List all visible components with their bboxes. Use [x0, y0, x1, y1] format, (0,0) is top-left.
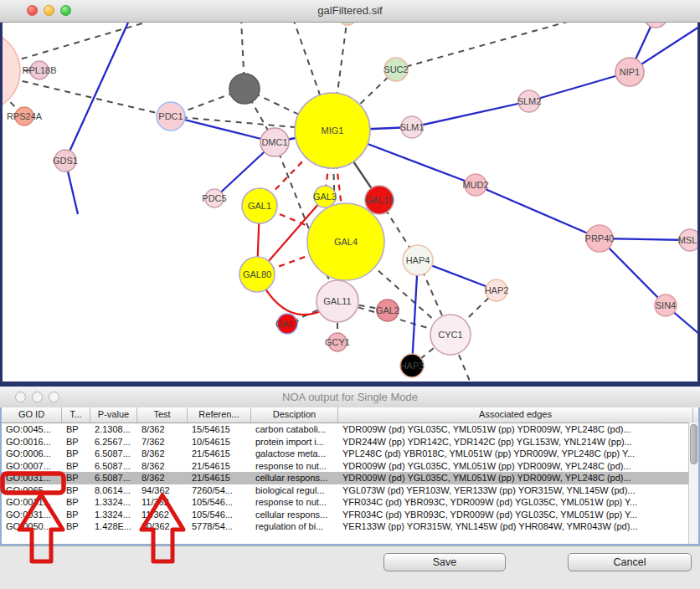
table-cell: GO:0016... — [2, 436, 62, 448]
table-cell: 6.5087... — [90, 460, 137, 473]
graph-edge — [476, 185, 600, 238]
cancel-button[interactable]: Cancel — [568, 553, 692, 571]
table-body: GO:0045...BP2.1308...8/36215/54615carbon… — [2, 423, 698, 533]
table-scrollbar[interactable] — [688, 423, 698, 544]
zoom-button[interactable] — [60, 5, 71, 16]
graph-node-label: GAL1 — [248, 201, 271, 211]
column-header-desciption[interactable]: Desciption — [251, 407, 338, 423]
table-cell: BP — [62, 520, 90, 533]
graph-node-label: GDS1 — [53, 156, 78, 166]
table-cell: cellular respons... — [251, 509, 338, 521]
table-cell: YGL073W (pd) YER103W, YER133W (pp) YOR31… — [338, 484, 693, 497]
column-header-p-value[interactable]: P-value — [90, 407, 137, 423]
table-cell: 21/54615 — [188, 460, 251, 473]
table-cell: GO:0065... — [2, 484, 62, 497]
graph-node-label: GAL3 — [313, 192, 337, 202]
table-cell: GO:0007... — [2, 460, 62, 473]
noa-output-window: NOA output for Single Mode GO IDT...P-va… — [0, 387, 700, 589]
table-cell: 1.428E... — [90, 520, 137, 533]
table-cell: YPL248C (pd) YBR018C, YML051W (pp) YDR00… — [338, 448, 693, 460]
table-row[interactable]: GO:0006...BP6.5087...8/36221/54615galact… — [2, 448, 698, 460]
graph-node-label: GAL10 — [365, 195, 394, 205]
graph-node-label: SLM2 — [517, 96, 542, 106]
graph-edge — [396, 23, 579, 69]
column-header-referen[interactable]: Referen... — [188, 407, 251, 423]
table-cell: 21/54615 — [188, 472, 251, 484]
table-cell: 11/362 — [137, 496, 188, 509]
table-cell: GO:0006... — [2, 448, 62, 460]
table-cell: YDR009W (pd) YGL035C, YML051W (pp) YDR00… — [338, 472, 693, 484]
network-window-titlebar[interactable]: galFiltered.sif — [0, 0, 700, 23]
table-cell: carbon cataboli... — [251, 423, 338, 436]
table-cell: BP — [62, 448, 90, 460]
table-cell: BP — [62, 423, 90, 436]
graph-node-label: RPS24A — [7, 111, 43, 121]
graph-node-label: HAP3 — [400, 361, 425, 371]
table-row[interactable]: GO:0065...BP8.0614...94/3627260/54...bio… — [2, 484, 698, 497]
graph-node-label: DMC1 — [261, 137, 287, 147]
graph-node-label: GAL7 — [275, 319, 299, 329]
table-cell: 8/362 — [137, 423, 188, 436]
graph-node-label: PRP40 — [585, 233, 615, 243]
table-row[interactable]: GO:0031...BP6.5087...8/36221/54615cellul… — [2, 472, 698, 484]
column-header-t[interactable]: T... — [62, 407, 90, 423]
graph-edge — [0, 23, 159, 71]
graph-node-label: CYC1 — [438, 330, 462, 340]
graph-node-label: GAL80 — [243, 269, 271, 279]
table-cell: protein import i... — [251, 436, 338, 448]
column-header-associated-edges[interactable]: Associated edges — [338, 407, 693, 423]
table-cell: 11/362 — [137, 509, 188, 521]
table-cell: 6.5087... — [90, 472, 137, 484]
table-cell: YER133W (pp) YOR315W, YNL145W (pd) YHR08… — [338, 520, 693, 533]
table-cell: 8/362 — [137, 460, 188, 473]
table-row[interactable]: GO:0031...BP1.3324...11/362105/546...res… — [2, 496, 698, 509]
table-cell: GO:0031... — [2, 509, 62, 521]
scrollbar-thumb[interactable] — [690, 424, 697, 464]
column-header-go-id[interactable]: GO ID — [2, 407, 62, 423]
graph-node-label: GCY1 — [325, 337, 350, 347]
table-cell: 5778/54... — [188, 520, 251, 533]
zoom-button-inactive[interactable] — [49, 392, 59, 402]
table-cell: 1.3324... — [90, 496, 137, 509]
minimize-button-inactive[interactable] — [32, 392, 43, 402]
network-canvas[interactable]: RPL18BRPS24AGDS1PDC1PDC5DMC1MIG1SUC2SLM1… — [0, 23, 700, 387]
noa-window-titlebar[interactable]: NOA output for Single Mode — [0, 387, 700, 408]
table-cell: 8/362 — [137, 472, 188, 484]
table-cell: 80/362 — [137, 520, 188, 533]
graph-node-bigleft[interactable] — [0, 31, 20, 111]
column-header-test[interactable]: Test — [137, 407, 188, 423]
close-button[interactable] — [27, 5, 38, 16]
close-button-inactive[interactable] — [15, 392, 26, 402]
table-cell: 7/362 — [137, 436, 188, 448]
table-cell: GO:0050... — [2, 520, 62, 533]
table-cell: 8.0614... — [90, 484, 137, 497]
table-cell: galactose meta... — [251, 448, 338, 460]
minimize-button[interactable] — [44, 5, 54, 16]
table-cell: BP — [62, 460, 90, 473]
graph-node-label: PDC5 — [202, 193, 226, 203]
table-row[interactable]: GO:0031...BP1.3324...11/362105/546...cel… — [2, 509, 698, 521]
graph-node-label: SUC2 — [383, 64, 408, 74]
table-cell: GO:0031... — [2, 496, 62, 509]
table-row[interactable]: GO:0050...BP1.428E...80/3625778/54...reg… — [2, 520, 698, 533]
graph-node-label: HAP4 — [406, 255, 430, 265]
table-cell: 105/546... — [188, 496, 251, 509]
table-row[interactable]: GO:0007...BP6.5087...8/36221/54615respon… — [2, 460, 698, 473]
graph-node-gray1[interactable] — [229, 74, 260, 104]
save-button[interactable]: Save — [383, 553, 506, 571]
graph-edge — [412, 101, 529, 127]
table-cell: 6.2567... — [90, 436, 137, 448]
table-row[interactable]: GO:0016...BP6.2567...7/36210/54615protei… — [2, 436, 698, 448]
table-cell: 8/362 — [137, 448, 188, 460]
graph-node-label: NIP1 — [620, 67, 640, 77]
graph-node-pinktop[interactable] — [644, 23, 667, 28]
noa-window-title: NOA output for Single Mode — [282, 391, 418, 403]
graph-edge — [171, 116, 275, 142]
graph-node-label: PDC1 — [158, 111, 183, 121]
table-cell: 1.3324... — [90, 509, 137, 521]
table-row[interactable]: GO:0045...BP2.1308...8/36215/54615carbon… — [2, 423, 698, 436]
graph-node-label: GAL2 — [376, 305, 399, 315]
table-cell: YDR009W (pd) YGL035C, YML051W (pp) YDR00… — [338, 423, 693, 436]
table-cell: YDR009W (pd) YGL035C, YML051W (pp) YDR00… — [338, 460, 693, 473]
graph-node-greentop[interactable] — [339, 23, 356, 25]
